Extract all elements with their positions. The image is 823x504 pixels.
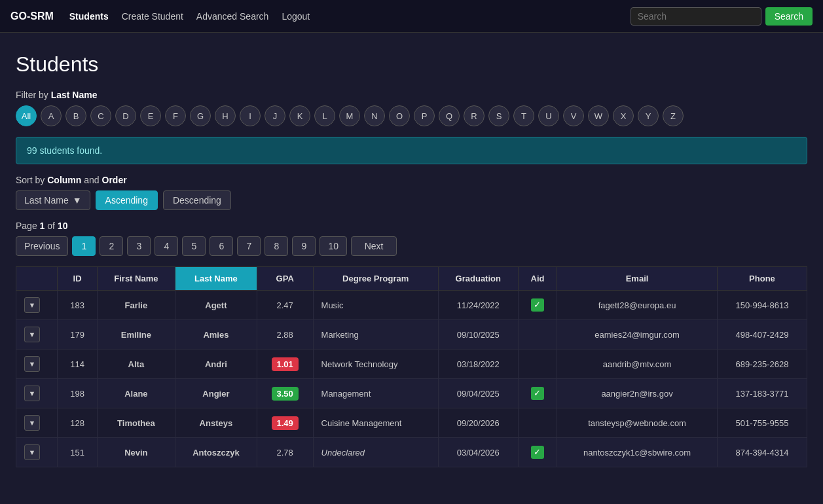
page-btn-4[interactable]: 4 [155,236,178,256]
letter-filter-btn-u[interactable]: U [538,105,559,126]
letter-filter-btn-g[interactable]: G [190,105,211,126]
letter-filter-btn-r[interactable]: R [464,105,485,126]
student-last-name: Andri [175,350,257,379]
nav-students[interactable]: Students [69,11,109,22]
search-input[interactable] [631,7,761,26]
page-btn-3[interactable]: 3 [127,236,151,256]
letter-filter-btn-p[interactable]: P [414,105,435,126]
letter-filter-btn-s[interactable]: S [488,105,509,126]
row-expand-button[interactable]: ▼ [24,297,40,313]
students-table: ID First Name Last Name GPA Degree Progr… [16,266,807,467]
letter-filter-btn-x[interactable]: X [613,105,634,126]
col-first-name[interactable]: First Name [97,267,175,291]
table-row: ▼198AlaneAngier3.50Management09/04/2025✓… [16,379,807,408]
page-btn-7[interactable]: 7 [237,236,261,256]
row-expand-button[interactable]: ▼ [24,327,40,342]
letter-filter-btn-f[interactable]: F [165,105,186,126]
letter-filter-btn-a[interactable]: A [41,105,62,126]
row-expand-button[interactable]: ▼ [24,386,40,401]
table-row: ▼151NevinAntoszczyk2.78Undeclared03/04/2… [16,438,807,467]
letter-filter-btn-l[interactable]: L [314,105,335,126]
letter-filter-btn-e[interactable]: E [140,105,161,126]
student-id: 151 [58,438,97,467]
row-expand-button[interactable]: ▼ [24,415,40,431]
letter-filter-btn-m[interactable]: M [339,105,360,126]
student-degree-program: Marketing [313,320,438,350]
student-graduation: 03/04/2026 [438,438,518,467]
student-degree-program: Music [313,291,438,320]
aid-check-icon: ✓ [531,298,544,312]
row-expand-button[interactable]: ▼ [24,444,40,460]
letter-filter-btn-b[interactable]: B [65,105,86,126]
student-aid: ✓ [518,291,557,320]
letter-filter-btn-n[interactable]: N [364,105,385,126]
student-last-name: Amies [175,320,257,350]
student-phone: 498-407-2429 [717,320,807,350]
table-row: ▼114AltaAndri1.01Network Technology03/18… [16,350,807,379]
letter-filter-btn-k[interactable]: K [289,105,310,126]
student-first-name: Nevin [97,438,175,467]
pagination-info: Page 1 of 10 [16,221,807,231]
gpa-badge: 1.49 [272,416,299,430]
page-btn-2[interactable]: 2 [100,236,123,256]
student-degree-program: Management [313,379,438,408]
student-last-name: Antoszczyk [175,438,257,467]
col-email[interactable]: Email [557,267,718,291]
page-btn-1[interactable]: 1 [72,236,96,256]
nav-advanced-search[interactable]: Advanced Search [196,11,269,22]
nav-logout[interactable]: Logout [282,11,310,22]
student-degree-program: Cuisine Management [313,408,438,438]
letter-filter-btn-v[interactable]: V [563,105,584,126]
letter-filter-btn-i[interactable]: I [240,105,261,126]
sort-column-dropdown[interactable]: Last Name ▼ [16,190,90,210]
col-graduation[interactable]: Graduation [438,267,518,291]
student-graduation: 09/10/2025 [438,320,518,350]
letter-filter-btn-q[interactable]: Q [439,105,460,126]
search-button[interactable]: Search [765,7,813,26]
student-gpa: 2.47 [257,291,313,320]
letter-filter-btn-y[interactable]: Y [638,105,659,126]
page-btn-10[interactable]: 10 [320,236,347,256]
student-degree-program: Network Technology [313,350,438,379]
brand-logo: GO-SRM [10,10,54,22]
student-id: 183 [58,291,97,320]
col-id[interactable]: ID [58,267,97,291]
sort-label: Sort by Column and Order [16,175,807,185]
student-first-name: Alta [97,350,175,379]
row-expand-button[interactable]: ▼ [24,356,40,372]
col-degree-program[interactable]: Degree Program [313,267,438,291]
info-banner: 99 students found. [16,137,807,164]
next-page-button[interactable]: Next [351,236,397,256]
student-phone: 874-394-4314 [717,438,807,467]
student-gpa: 1.01 [257,350,313,379]
table-row: ▼179EmilineAmies2.88Marketing09/10/2025e… [16,320,807,350]
page-btn-6[interactable]: 6 [210,236,233,256]
col-last-name[interactable]: Last Name [175,267,257,291]
letter-filter-btn-c[interactable]: C [90,105,111,126]
student-aid: ✓ [518,379,557,408]
col-aid[interactable]: Aid [518,267,557,291]
sort-descending-button[interactable]: Descending [163,190,231,210]
letter-filter-btn-z[interactable]: Z [663,105,684,126]
student-id: 114 [58,350,97,379]
col-phone[interactable]: Phone [717,267,807,291]
page-btn-8[interactable]: 8 [265,236,288,256]
nav-create-student[interactable]: Create Student [122,11,183,22]
sort-ascending-button[interactable]: Ascending [96,190,158,210]
col-gpa[interactable]: GPA [257,267,313,291]
page-btn-5[interactable]: 5 [182,236,206,256]
student-gpa: 1.49 [257,408,313,438]
prev-page-button[interactable]: Previous [16,236,68,256]
page-btn-9[interactable]: 9 [292,236,316,256]
letter-filter-btn-d[interactable]: D [115,105,136,126]
student-first-name: Alane [97,379,175,408]
letter-filter-btn-o[interactable]: O [389,105,410,126]
letter-filter-btn-h[interactable]: H [215,105,236,126]
letter-filter-btn-t[interactable]: T [513,105,534,126]
letter-filter-btn-all[interactable]: All [16,105,37,126]
student-graduation: 11/24/2022 [438,291,518,320]
student-aid [518,408,557,438]
letter-filter-btn-j[interactable]: J [265,105,285,126]
letter-filter-btn-w[interactable]: W [588,105,609,126]
letter-filter: AllABCDEFGHIJKLMNOPQRSTUVWXYZ [16,105,807,126]
